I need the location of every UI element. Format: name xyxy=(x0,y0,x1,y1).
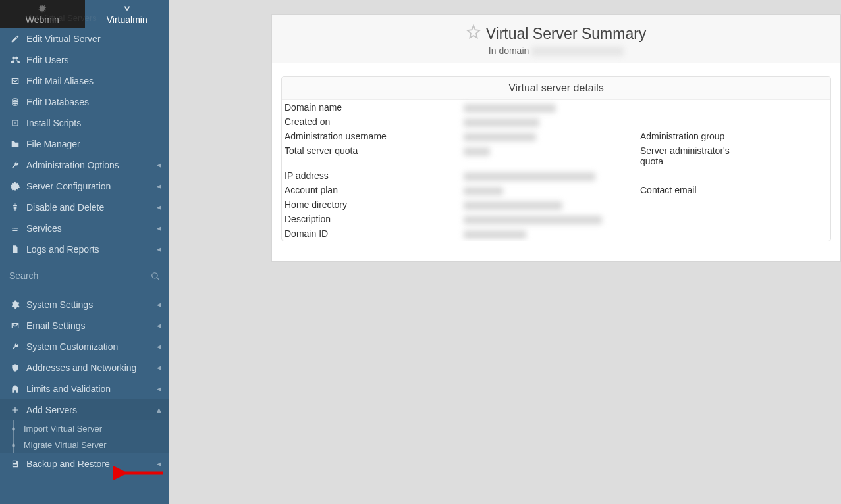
mail-icon xyxy=(9,321,21,330)
chevron-left-icon: ◀ xyxy=(157,386,161,392)
detail-label: Server administrator's quota xyxy=(638,143,734,168)
sidebar-item-edit-mail-aliases[interactable]: Edit Mail Aliases xyxy=(0,70,169,91)
detail-value-redacted xyxy=(460,226,638,241)
detail-value-redacted xyxy=(460,129,638,143)
sub-item-migrate-virtual-server[interactable]: Migrate Virtual Server xyxy=(0,437,169,453)
sidebar-item-edit-virtual-server[interactable]: Edit Virtual Server xyxy=(0,28,169,49)
detail-label xyxy=(638,168,734,183)
detail-value xyxy=(734,197,831,212)
detail-value xyxy=(734,168,831,183)
detail-value xyxy=(734,183,831,197)
sidebar-item-edit-databases[interactable]: Edit Databases xyxy=(0,91,169,113)
sidebar-item-label: File Manager xyxy=(26,139,80,149)
page-title: Virtual Server Summary xyxy=(486,25,647,43)
gear-icon xyxy=(9,300,21,309)
sidebar-item-logs-and-reports[interactable]: Logs and Reports◀ xyxy=(0,239,169,260)
detail-value xyxy=(734,226,831,241)
file-icon xyxy=(9,245,21,254)
sidebar-item-services[interactable]: Services◀ xyxy=(0,218,169,239)
sidebar-item-label: Email Settings xyxy=(26,320,85,331)
search-input[interactable] xyxy=(9,270,151,281)
detail-value-redacted xyxy=(460,143,638,168)
sidebar-item-administration-options[interactable]: Administration Options◀ xyxy=(0,155,169,176)
details-title: Virtual server details xyxy=(282,77,830,100)
sidebar-menu-top: Edit Virtual ServerEdit UsersEdit Mail A… xyxy=(0,28,169,260)
details-card: Virtual server details Domain nameCreate… xyxy=(281,76,831,241)
sidebar-item-system-customization[interactable]: System Customization◀ xyxy=(0,336,169,357)
plus-icon xyxy=(9,405,21,415)
detail-label xyxy=(638,226,734,241)
detail-label: Home directory xyxy=(282,197,460,212)
detail-value xyxy=(734,114,831,129)
panel-title-row: Virtual Server Summary xyxy=(466,24,647,43)
search-icon[interactable] xyxy=(151,270,160,281)
sidebar-item-label: Edit Virtual Server xyxy=(26,34,101,44)
detail-value xyxy=(734,212,831,226)
detail-value xyxy=(734,143,831,168)
tab-webmin[interactable]: Webmin xyxy=(0,0,85,28)
detail-label: Contact email xyxy=(638,183,734,197)
sidebar-item-label: Edit Mail Aliases xyxy=(26,76,94,86)
sidebar-item-limits-and-validation[interactable]: Limits and Validation◀ xyxy=(0,378,169,399)
edit-icon xyxy=(9,34,21,43)
chevron-left-icon: ◀ xyxy=(157,183,161,189)
details-wrap: Virtual server details Domain nameCreate… xyxy=(272,63,840,261)
sidebar-item-system-settings[interactable]: System Settings◀ xyxy=(0,294,169,315)
detail-label: Description xyxy=(282,212,460,226)
add-servers-submenu: Import Virtual Server Migrate Virtual Se… xyxy=(0,420,169,453)
sidebar-item-label: System Settings xyxy=(26,299,93,310)
detail-label: Domain ID xyxy=(282,226,460,241)
sidebar-search xyxy=(0,266,169,285)
sidebar-item-label: Addresses and Networking xyxy=(26,363,136,373)
sidebar-item-add-servers[interactable]: Add Servers ◀ xyxy=(0,399,169,420)
sidebar-item-install-scripts[interactable]: Install Scripts xyxy=(0,113,169,134)
detail-value-redacted xyxy=(460,197,638,212)
detail-value xyxy=(734,129,831,143)
sidebar-item-edit-users[interactable]: Edit Users xyxy=(0,49,169,70)
star-icon[interactable] xyxy=(466,24,481,43)
folder-icon xyxy=(9,139,21,149)
detail-label: Domain name xyxy=(282,100,460,114)
sidebar-item-email-settings[interactable]: Email Settings◀ xyxy=(0,315,169,336)
chevron-left-icon: ◀ xyxy=(157,225,161,232)
users-icon xyxy=(9,55,21,64)
detail-label xyxy=(638,100,734,114)
sidebar-item-label: Disable and Delete xyxy=(26,202,104,213)
tab-webmin-label: Webmin xyxy=(26,14,59,25)
detail-value-redacted xyxy=(460,183,638,197)
content-area: Virtual Server Summary In domain Virtual… xyxy=(169,0,841,504)
chevron-down-icon: ◀ xyxy=(156,408,163,413)
chevron-left-icon: ◀ xyxy=(157,204,161,211)
detail-label xyxy=(638,212,734,226)
chevron-left-icon: ◀ xyxy=(157,162,161,168)
detail-label: Total server quota xyxy=(282,143,460,168)
detail-label: Administration group xyxy=(638,129,734,143)
detail-label: Administration username xyxy=(282,129,460,143)
sidebar-item-label: Add Servers xyxy=(26,405,77,415)
details-grid: Domain nameCreated onAdministration user… xyxy=(282,100,830,241)
panel-header: Virtual Server Summary In domain xyxy=(272,15,840,63)
sidebar-item-backup-restore[interactable]: Backup and Restore ◀ xyxy=(0,453,169,474)
tab-virtualmin[interactable]: Virtualmin xyxy=(85,0,170,28)
sidebar-item-server-configuration[interactable]: Server Configuration◀ xyxy=(0,176,169,197)
sidebar-menu-add: Add Servers ◀ xyxy=(0,399,169,420)
chevron-left-icon: ◀ xyxy=(157,365,161,371)
sidebar-item-label: Server Configuration xyxy=(26,181,111,191)
virtualmin-logo-icon xyxy=(122,3,132,14)
chevron-left-icon: ◀ xyxy=(157,246,161,253)
chevron-left-icon: ◀ xyxy=(157,301,161,308)
detail-value-redacted xyxy=(460,168,638,183)
sidebar-item-file-manager[interactable]: File Manager xyxy=(0,134,169,155)
panel-subtitle: In domain xyxy=(279,45,834,56)
tab-virtualmin-label: Virtualmin xyxy=(107,14,148,25)
mail-icon xyxy=(9,76,21,86)
shield-icon xyxy=(9,363,21,372)
sidebar-item-disable-and-delete[interactable]: Disable and Delete◀ xyxy=(0,197,169,218)
save-icon xyxy=(9,459,21,468)
panel-sub-domain-redacted xyxy=(531,47,624,56)
sub-item-import-virtual-server[interactable]: Import Virtual Server xyxy=(0,420,169,437)
sidebar-item-addresses-and-networking[interactable]: Addresses and Networking◀ xyxy=(0,357,169,378)
building-icon xyxy=(9,384,21,393)
sidebar-item-label: Edit Users xyxy=(26,55,69,65)
webmin-logo-icon xyxy=(38,3,47,14)
